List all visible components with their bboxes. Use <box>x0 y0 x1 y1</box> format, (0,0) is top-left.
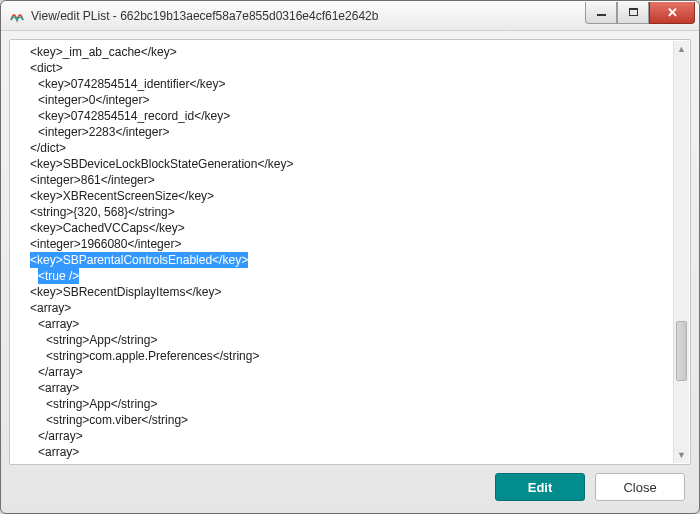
close-button[interactable]: Close <box>595 473 685 501</box>
plist-text-area[interactable]: <key>_im_ab_cache</key><dict><key>074285… <box>14 44 672 460</box>
minimize-button[interactable] <box>585 2 617 24</box>
scroll-down-arrow[interactable]: ▼ <box>674 447 689 463</box>
plist-line[interactable]: <key>0742854514_record_id</key> <box>14 108 672 124</box>
plist-line[interactable]: <key>XBRecentScreenSize</key> <box>14 188 672 204</box>
vertical-scrollbar[interactable]: ▲ ▼ <box>673 41 689 463</box>
plist-line[interactable]: <array> <box>14 300 672 316</box>
plist-line[interactable]: <array> <box>14 380 672 396</box>
dialog-window: View/edit PList - 662bc19b13aecef58a7e85… <box>0 0 700 514</box>
dialog-button-row: Edit Close <box>1 473 699 513</box>
plist-line[interactable]: <key>SBDeviceLockBlockStateGeneration</k… <box>14 156 672 172</box>
plist-line[interactable]: <integer>1966080</integer> <box>14 236 672 252</box>
plist-line[interactable]: <array> <box>14 316 672 332</box>
plist-line[interactable]: <integer>0</integer> <box>14 92 672 108</box>
window-controls: ✕ <box>585 2 695 24</box>
plist-line[interactable]: </array> <box>14 364 672 380</box>
plist-line[interactable]: <string>App</string> <box>14 332 672 348</box>
scroll-up-arrow[interactable]: ▲ <box>674 41 689 57</box>
plist-line[interactable]: </dict> <box>14 140 672 156</box>
plist-line[interactable]: <key>SBParentalControlsEnabled</key> <box>14 252 672 268</box>
plist-line[interactable]: <string>{320, 568}</string> <box>14 204 672 220</box>
plist-line[interactable]: <key>0742854514_identifier</key> <box>14 76 672 92</box>
plist-line[interactable]: <integer>861</integer> <box>14 172 672 188</box>
maximize-button[interactable] <box>617 2 649 24</box>
plist-viewer-panel: <key>_im_ab_cache</key><dict><key>074285… <box>9 39 691 465</box>
plist-line[interactable]: <array> <box>14 444 672 460</box>
plist-line[interactable]: <integer>2283</integer> <box>14 124 672 140</box>
plist-line[interactable]: </array> <box>14 428 672 444</box>
plist-line[interactable]: <string>com.apple.Preferences</string> <box>14 348 672 364</box>
plist-line[interactable]: <true /> <box>14 268 672 284</box>
plist-line[interactable]: <string>com.viber</string> <box>14 412 672 428</box>
plist-line[interactable]: <key>CachedVCCaps</key> <box>14 220 672 236</box>
app-icon <box>9 8 25 24</box>
scroll-thumb[interactable] <box>676 321 687 381</box>
plist-line[interactable]: <dict> <box>14 60 672 76</box>
close-window-button[interactable]: ✕ <box>649 2 695 24</box>
window-title: View/edit PList - 662bc19b13aecef58a7e85… <box>31 9 585 23</box>
plist-line[interactable]: <key>_im_ab_cache</key> <box>14 44 672 60</box>
edit-button[interactable]: Edit <box>495 473 585 501</box>
plist-line[interactable]: <string>App</string> <box>14 396 672 412</box>
title-bar[interactable]: View/edit PList - 662bc19b13aecef58a7e85… <box>1 1 699 31</box>
plist-line[interactable]: <key>SBRecentDisplayItems</key> <box>14 284 672 300</box>
